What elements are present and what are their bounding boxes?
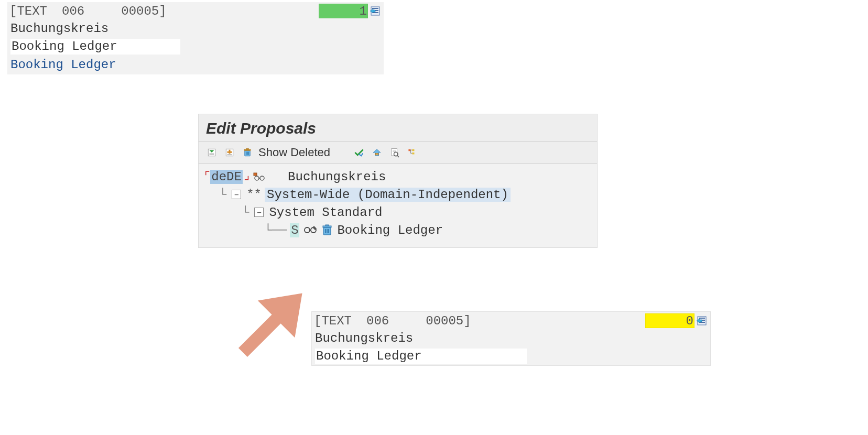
svg-rect-24 [412,153,414,154]
svg-line-21 [397,156,399,157]
approve-button[interactable] [351,145,367,160]
glasses-edit-icon[interactable] [303,223,317,237]
svg-rect-1 [372,8,378,9]
tree-root-row[interactable]: ⌜ deDE ⌟ Buchungskreis [204,168,592,186]
language-tag: ⌜ deDE ⌟ [204,170,249,183]
show-deleted-icon-button[interactable] [240,145,255,160]
proposal-before-block: [TEXT 006 00005] 1 Buchungskreis Booking… [7,2,384,74]
svg-rect-22 [408,149,410,151]
status-badge: S [290,223,299,237]
text-code: 00005] [121,4,166,18]
svg-rect-8 [227,151,232,153]
language-code: deDE [210,170,243,184]
collapse-node-icon[interactable]: − [232,190,241,199]
svg-rect-5 [210,154,214,155]
where-used-button[interactable] [387,145,403,160]
proposal-count-cell: 0 [645,313,695,328]
best-proposal-link[interactable]: Booking Ledger [7,56,384,74]
source-german-label: Buchungskreis [7,20,384,38]
hierarchy-icon [408,146,417,159]
text-code: 00005] [426,314,471,328]
text-iso: 006 [366,314,389,328]
delete-proposal-icon[interactable] [320,223,334,237]
source-german-label: Buchungskreis [312,330,710,347]
proposal-count-value: 1 [360,4,367,18]
find-in-page-icon [390,146,399,159]
panel-title: Edit Proposals [199,114,597,142]
domain-prefix: ** [246,188,262,202]
navigate-icon[interactable] [696,314,708,327]
navigate-icon[interactable] [369,5,382,17]
svg-rect-12 [246,149,249,150]
text-element-header: [TEXT 006 00005] 1 [7,2,384,20]
roof-up-icon [372,146,382,159]
edit-proposals-toolbar: Show Deleted [199,142,597,164]
check-icon [354,146,364,159]
text-prefix: [TEXT [9,4,47,18]
translation-edit-row: Booking Ledger [7,38,384,56]
svg-rect-9 [227,154,232,155]
translation-input[interactable]: Booking Ledger [315,349,527,364]
collapse-node-icon[interactable]: − [254,208,264,217]
proposal-count-cell: 1 [319,4,368,18]
bracket-close-icon: ⌟ [243,171,249,182]
domain-label: System-Wide (Domain-Independent) [265,188,511,202]
svg-rect-37 [326,225,329,226]
proposal-count-value: 0 [686,314,693,328]
svg-point-32 [305,227,310,233]
tree-domain-row[interactable]: └ − ** System-Wide (Domain-Independent) [204,186,592,203]
leaf-label: Booking Ledger [337,223,443,237]
proposal-tree: ⌜ deDE ⌟ Buchungskreis └ − ** System-Wid… [199,164,597,247]
proposal-after-block: [TEXT 006 00005] 0 Buchungskreis Booking… [311,311,711,366]
tree-leaf-row[interactable]: └── S Booking [204,221,592,239]
svg-rect-23 [412,149,414,151]
distribute-button[interactable] [369,145,385,160]
svg-rect-41 [238,311,285,357]
edit-proposals-panel: Edit Proposals [198,114,598,248]
annotation-arrow-icon [220,270,325,375]
root-label: Buchungskreis [288,170,386,184]
svg-point-29 [255,176,259,180]
svg-rect-43 [699,318,705,319]
collapse-button[interactable] [204,145,220,160]
bracket-open-icon: ⌜ [204,171,210,182]
translation-input[interactable]: Booking Ledger [10,39,180,55]
tree-standard-row[interactable]: └ − System Standard [204,203,592,221]
collapse-icon [207,146,216,159]
standard-label: System Standard [269,205,382,220]
text-iso: 006 [62,4,84,18]
expand-icon [225,146,234,159]
trash-icon [243,146,252,159]
glasses-icon[interactable] [252,170,266,183]
text-prefix: [TEXT [314,314,352,328]
hierarchy-button[interactable] [405,145,420,160]
show-deleted-label[interactable]: Show Deleted [257,146,333,159]
svg-rect-28 [254,173,257,176]
svg-point-30 [260,176,264,180]
svg-rect-16 [375,153,378,155]
translation-edit-row: Booking Ledger [312,347,710,365]
text-element-header: [TEXT 006 00005] 0 [312,312,710,330]
expand-button[interactable] [222,145,237,160]
